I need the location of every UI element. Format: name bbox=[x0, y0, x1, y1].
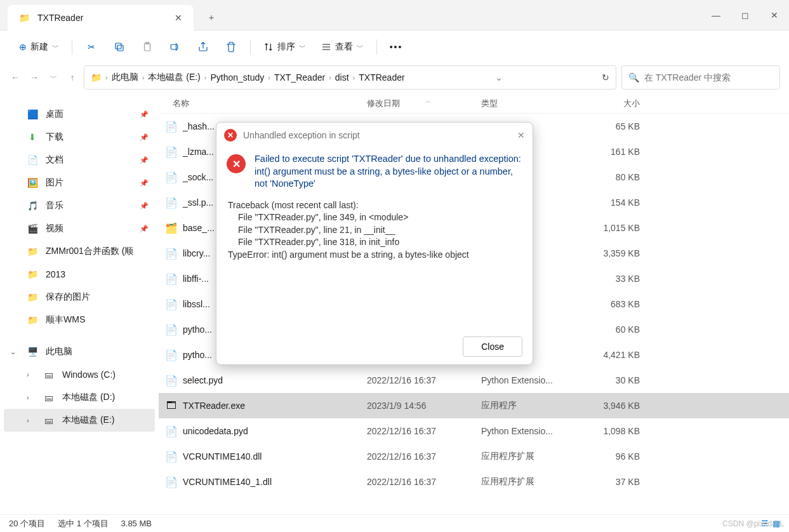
file-row[interactable]: 📄unicodedata.pyd2022/12/16 16:37Python E… bbox=[159, 418, 789, 444]
sort-label: 排序 bbox=[277, 41, 295, 53]
crumb-5[interactable]: TXTReader bbox=[359, 72, 404, 83]
traceback-line: File "TXTReader.py", line 318, in init_i… bbox=[227, 236, 522, 249]
status-size: 3.85 MB bbox=[121, 519, 152, 528]
header-size[interactable]: 大小 bbox=[583, 98, 640, 109]
dialog-close-button[interactable]: ✕ bbox=[517, 130, 525, 140]
header-type[interactable]: 类型 bbox=[481, 98, 583, 109]
sidebar-item[interactable]: 📁顺丰WMS bbox=[4, 309, 155, 331]
file-date: 2023/1/9 14:56 bbox=[367, 401, 481, 411]
sidebar-item-label: 图片 bbox=[46, 177, 63, 189]
close-button[interactable]: ✕ bbox=[760, 0, 789, 30]
back-button[interactable]: ← bbox=[9, 72, 22, 83]
more-button[interactable]: ••• bbox=[383, 36, 409, 58]
folder-icon: 📁 bbox=[27, 314, 38, 326]
file-size: 37 KB bbox=[583, 477, 640, 487]
file-date: 2022/12/16 16:37 bbox=[367, 477, 481, 487]
rename-button[interactable] bbox=[162, 36, 188, 58]
window-tab[interactable]: 📁 TXTReader ✕ bbox=[8, 5, 194, 30]
file-icon: 🗂️ bbox=[164, 222, 179, 234]
header-name[interactable]: 名称 bbox=[164, 98, 367, 109]
sidebar-item[interactable]: 📁2013 bbox=[4, 263, 155, 286]
drive-icon: 🖴 bbox=[43, 415, 55, 426]
sidebar-item[interactable]: 📁保存的图片 bbox=[4, 286, 155, 309]
header-date[interactable]: 修改日期 bbox=[367, 98, 481, 109]
file-icon: 🗔 bbox=[164, 400, 179, 411]
sidebar-drive-item[interactable]: ›🖴Windows (C:) bbox=[4, 363, 155, 386]
sort-button[interactable]: 排序 ﹀ bbox=[257, 36, 312, 58]
file-row[interactable]: 🗔TXTReader.exe2023/1/9 14:56应用程序3,946 KB bbox=[159, 393, 789, 418]
maximize-button[interactable]: ◻ bbox=[731, 0, 760, 30]
dialog-title: Unhandled exception in script bbox=[243, 130, 360, 140]
sidebar-item[interactable]: 📁ZMMr001合并函数 (顺 bbox=[4, 240, 155, 263]
traceback-line: Traceback (most recent call last): bbox=[227, 199, 522, 212]
chevron-right-icon: › bbox=[105, 74, 108, 81]
sidebar-item[interactable]: 🖼️图片📌 bbox=[4, 171, 155, 194]
traceback-box[interactable]: Traceback (most recent call last):File "… bbox=[227, 197, 522, 330]
file-size: 161 KB bbox=[583, 147, 640, 157]
new-tab-button[interactable]: ＋ bbox=[199, 5, 224, 30]
sidebar-item-label: ZMMr001合并函数 (顺 bbox=[46, 246, 133, 257]
search-input[interactable] bbox=[644, 72, 773, 83]
sidebar-item-thispc[interactable]: ⌄ 🖥️ 此电脑 bbox=[4, 340, 155, 363]
crumb-2[interactable]: Python_study bbox=[210, 72, 264, 83]
copy-button[interactable] bbox=[107, 36, 132, 58]
delete-button[interactable] bbox=[218, 36, 244, 58]
new-button[interactable]: ⊕ 新建 ﹀ bbox=[13, 36, 65, 58]
cut-button[interactable]: ✂ bbox=[79, 36, 104, 58]
recent-dropdown[interactable]: ﹀ bbox=[47, 73, 60, 83]
chevron-right-icon: › bbox=[329, 74, 331, 81]
watermark: CSDN @pixed小L bbox=[722, 519, 784, 529]
file-row[interactable]: 📄select.pyd2022/12/16 16:37Python Extens… bbox=[159, 368, 789, 393]
error-icon: ✕ bbox=[227, 154, 246, 173]
search-icon: 🔍 bbox=[628, 72, 639, 83]
crumb-1[interactable]: 本地磁盘 (E:) bbox=[148, 72, 200, 83]
tab-close-icon[interactable]: ✕ bbox=[175, 13, 182, 23]
music-icon: 🎵 bbox=[27, 200, 38, 211]
chevron-right-icon: › bbox=[268, 74, 270, 81]
file-icon: 📄 bbox=[164, 425, 179, 437]
download-icon: ⬇ bbox=[27, 131, 38, 143]
address-dropdown[interactable]: ⌄ bbox=[495, 72, 503, 83]
scissors-icon: ✂ bbox=[88, 42, 95, 52]
sidebar-item[interactable]: 🎬视频📌 bbox=[4, 217, 155, 240]
forward-button[interactable]: → bbox=[28, 72, 41, 83]
chevron-right-icon: › bbox=[27, 394, 36, 401]
share-button[interactable] bbox=[190, 36, 216, 58]
traceback-line: TypeError: int() argument must be a stri… bbox=[227, 249, 522, 262]
sidebar-item-label: 文档 bbox=[46, 154, 63, 166]
sidebar-drive-item[interactable]: ›🖴本地磁盘 (D:) bbox=[4, 386, 155, 409]
view-icon bbox=[321, 42, 331, 52]
crumb-3[interactable]: TXT_Reader bbox=[274, 72, 325, 83]
file-row[interactable]: 📄VCRUNTIME140.dll2022/12/16 16:37应用程序扩展9… bbox=[159, 444, 789, 469]
address-bar[interactable]: 📁 › 此电脑 › 本地磁盘 (E:) › Python_study › TXT… bbox=[84, 65, 616, 90]
sidebar-item[interactable]: 🎵音乐📌 bbox=[4, 194, 155, 217]
search-box[interactable]: 🔍 bbox=[621, 65, 780, 90]
sidebar-drive-item[interactable]: ›🖴本地磁盘 (E:) bbox=[4, 409, 155, 432]
crumb-4[interactable]: dist bbox=[335, 72, 349, 83]
dialog-body: ✕ Failed to execute script 'TXTReader' d… bbox=[216, 148, 533, 364]
refresh-button[interactable]: ↻ bbox=[602, 72, 609, 83]
paste-button[interactable] bbox=[135, 36, 160, 58]
file-size: 80 KB bbox=[583, 172, 640, 182]
sort-icon bbox=[263, 42, 274, 52]
traceback-line: File "TXTReader.py", line 21, in __init_… bbox=[227, 224, 522, 237]
file-size: 683 KB bbox=[583, 299, 640, 309]
sidebar-item[interactable]: 🟦桌面📌 bbox=[4, 103, 155, 126]
more-icon: ••• bbox=[390, 42, 403, 52]
chevron-down-icon: ﹀ bbox=[299, 43, 306, 52]
crumb-0[interactable]: 此电脑 bbox=[112, 72, 138, 83]
minimize-button[interactable]: — bbox=[701, 0, 731, 30]
desktop-icon: 🟦 bbox=[27, 109, 38, 120]
sidebar-item[interactable]: 📄文档📌 bbox=[4, 149, 155, 171]
sidebar-item[interactable]: ⬇下载📌 bbox=[4, 126, 155, 149]
file-size: 154 KB bbox=[583, 197, 640, 208]
file-row[interactable]: 📄VCRUNTIME140_1.dll2022/12/16 16:37应用程序扩… bbox=[159, 469, 789, 495]
up-button[interactable]: ↑ bbox=[66, 72, 79, 83]
drive-icon: 🖴 bbox=[43, 392, 55, 403]
view-button[interactable]: 查看 ﹀ bbox=[315, 36, 370, 58]
file-name: unicodedata.pyd bbox=[179, 426, 367, 436]
folder-icon: 📁 bbox=[27, 291, 38, 303]
share-icon bbox=[197, 41, 209, 53]
dialog-close-action-button[interactable]: Close bbox=[463, 336, 522, 357]
file-size: 3,946 KB bbox=[583, 401, 640, 411]
